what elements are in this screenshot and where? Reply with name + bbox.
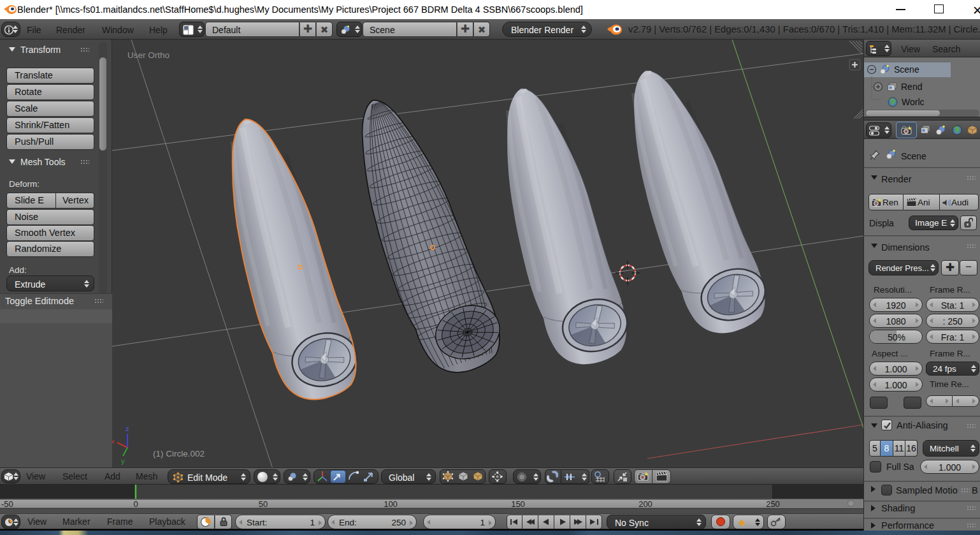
svg-text:Rend: Rend [901,82,922,92]
svg-text:User Ortho: User Ortho [127,50,169,60]
svg-text:Scene: Scene [894,64,919,75]
svg-text:y: y [121,457,125,465]
svg-text:(1) Circle.002: (1) Circle.002 [153,449,205,458]
svg-text:x: x [112,437,115,445]
svg-text:Worlc: Worlc [902,97,925,107]
svg-text:z: z [126,425,129,432]
